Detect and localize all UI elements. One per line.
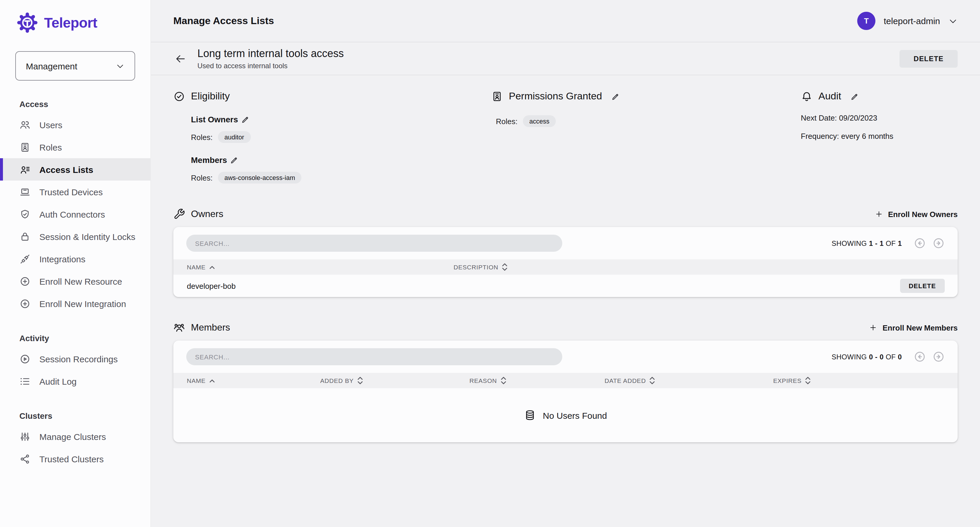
owners-table-header: NAME DESCRIPTION <box>173 259 958 275</box>
page-title: Manage Access Lists <box>173 15 274 27</box>
sidebar-item-enroll-new-integration[interactable]: Enroll New Integration <box>0 292 150 315</box>
sidebar: Teleport Management Access Users Roles <box>0 0 151 527</box>
sidebar-item-enroll-new-resource[interactable]: Enroll New Resource <box>0 270 150 292</box>
owners-table-row: developer-bob DELETE <box>173 275 958 297</box>
sidebar-item-integrations[interactable]: Integrations <box>0 248 150 270</box>
pencil-icon <box>241 115 250 124</box>
pencil-icon <box>230 156 239 164</box>
people-group-icon <box>173 322 185 334</box>
eligibility-title: Eligibility <box>191 91 230 102</box>
sidebar-item-label: Integrations <box>39 254 86 264</box>
members-column-name[interactable]: NAME <box>187 377 320 384</box>
arrow-left-icon <box>175 53 186 64</box>
role-pill: auditor <box>218 131 251 143</box>
user-menu[interactable]: T teleport-admin <box>857 12 958 30</box>
nav-mode-select[interactable]: Management <box>15 51 135 81</box>
sidebar-item-manage-clusters[interactable]: Manage Clusters <box>0 425 150 447</box>
sidebar-item-trusted-devices[interactable]: Trusted Devices <box>0 180 150 203</box>
empty-state-text: No Users Found <box>543 410 607 420</box>
previous-page-button[interactable] <box>913 237 926 249</box>
edit-members-button[interactable] <box>230 156 239 164</box>
members-pagination-summary: SHOWING 0 - 0 OF 0 <box>832 353 902 361</box>
sidebar-item-label: Trusted Clusters <box>39 454 104 464</box>
id-card-icon <box>491 91 503 102</box>
content: Eligibility List Owners Role <box>151 75 980 527</box>
audit-next-date: Next Date: 09/20/2023 <box>801 113 958 122</box>
next-page-button[interactable] <box>932 351 945 363</box>
members-column-date-added[interactable]: DATE ADDED <box>605 377 773 385</box>
owners-pagination-summary: SHOWING 1 - 1 OF 1 <box>832 239 902 248</box>
permissions-title: Permissions Granted <box>509 91 602 102</box>
shield-check-icon <box>19 209 30 220</box>
audit-frequency: Frequency: every 6 months <box>801 132 958 141</box>
audit-title: Audit <box>818 91 842 102</box>
sidebar-item-auth-connectors[interactable]: Auth Connectors <box>0 203 150 225</box>
sidebar-item-access-lists[interactable]: Access Lists <box>0 158 150 180</box>
members-search-input[interactable] <box>186 348 562 365</box>
members-table-header: NAME ADDED BY REASON <box>173 373 958 388</box>
check-circle-icon <box>173 91 185 102</box>
owners-toolbar: SHOWING 1 - 1 OF 1 <box>173 227 958 259</box>
sort-both-icon <box>502 263 508 271</box>
roles-label: Roles: <box>496 117 518 126</box>
access-list-subtitle: Used to access internal tools <box>197 61 344 70</box>
list-owners-label: List Owners <box>191 115 238 124</box>
enroll-new-owners-label: Enroll New Owners <box>888 210 958 219</box>
members-column-added-by[interactable]: ADDED BY <box>320 377 469 385</box>
sidebar-item-users[interactable]: Users <box>0 113 150 136</box>
owners-column-description[interactable]: DESCRIPTION <box>453 263 508 271</box>
sort-both-icon <box>805 377 811 385</box>
play-circle-icon <box>19 353 30 364</box>
plug-icon <box>19 253 30 264</box>
next-page-button[interactable] <box>932 237 945 249</box>
delete-owner-button[interactable]: DELETE <box>900 279 945 293</box>
laptop-icon <box>19 186 30 197</box>
owners-column-name[interactable]: NAME <box>187 264 453 271</box>
brand-name: Teleport <box>44 14 97 31</box>
permissions-section: Permissions Granted Roles: access <box>491 91 801 184</box>
sidebar-item-label: Trusted Devices <box>39 187 103 197</box>
access-list-title: Long term internal tools access <box>197 47 344 60</box>
edit-permissions-button[interactable] <box>611 92 620 101</box>
brand-logo[interactable]: Teleport <box>0 0 150 34</box>
detail-titles: Long term internal tools access Used to … <box>197 47 344 70</box>
enroll-new-members-label: Enroll New Members <box>883 323 958 332</box>
sort-asc-icon <box>209 378 215 383</box>
sidebar-item-audit-log[interactable]: Audit Log <box>0 370 150 392</box>
plus-icon <box>869 324 877 332</box>
teleport-gear-icon <box>16 12 38 34</box>
sidebar-item-label: Roles <box>39 142 62 152</box>
chevron-down-icon <box>948 16 958 26</box>
network-nodes-icon <box>19 453 30 464</box>
main-area: Manage Access Lists T teleport-admin Lon… <box>151 0 980 527</box>
members-column-expires[interactable]: EXPIRES <box>773 377 811 385</box>
enroll-new-members-button[interactable]: Enroll New Members <box>869 323 958 332</box>
sidebar-item-roles[interactable]: Roles <box>0 136 150 158</box>
wrench-icon <box>173 208 185 220</box>
previous-page-button[interactable] <box>913 351 926 363</box>
edit-audit-button[interactable] <box>850 92 859 101</box>
enroll-new-owners-button[interactable]: Enroll New Owners <box>875 210 958 219</box>
bell-icon <box>801 91 813 102</box>
owners-card: SHOWING 1 - 1 OF 1 <box>173 227 958 297</box>
sidebar-item-label: Session Recordings <box>39 354 118 364</box>
role-pill: access <box>523 115 556 127</box>
list-owners-heading: List Owners <box>191 115 491 124</box>
sidebar-item-session-identity-locks[interactable]: Session & Identity Locks <box>0 225 150 248</box>
users-icon <box>19 119 30 130</box>
delete-access-list-button[interactable]: DELETE <box>899 50 958 67</box>
sidebar-item-label: Enroll New Resource <box>39 276 122 286</box>
members-column-reason[interactable]: REASON <box>469 377 605 385</box>
owners-search-input[interactable] <box>186 235 562 252</box>
edit-list-owners-button[interactable] <box>241 115 250 124</box>
permissions-heading: Permissions Granted <box>491 91 801 102</box>
sidebar-item-session-recordings[interactable]: Session Recordings <box>0 348 150 370</box>
granted-roles-row: Roles: access <box>496 115 801 127</box>
sidebar-item-label: Access Lists <box>39 164 93 174</box>
access-lists-icon <box>19 164 30 175</box>
sidebar-item-trusted-clusters[interactable]: Trusted Clusters <box>0 447 150 470</box>
roles-label: Roles: <box>191 173 213 182</box>
plus-circle-icon <box>19 276 30 287</box>
back-button[interactable] <box>173 51 188 65</box>
summary-row: Eligibility List Owners Role <box>173 91 958 184</box>
